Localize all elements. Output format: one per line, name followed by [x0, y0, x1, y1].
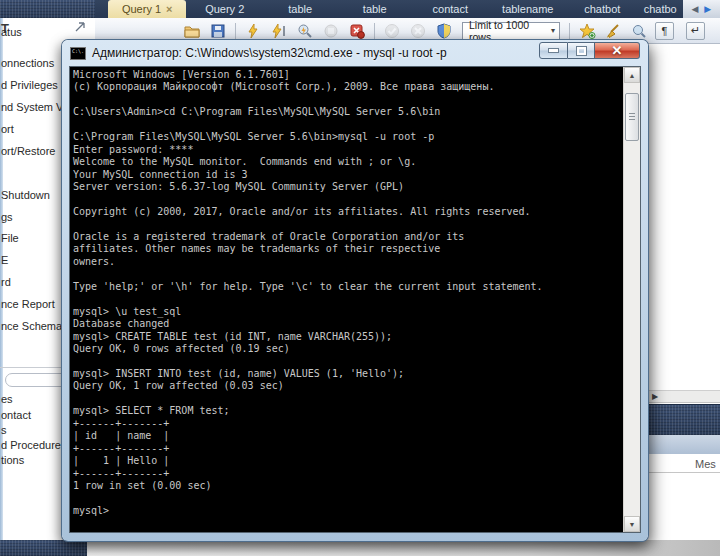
maximize-icon — [577, 47, 586, 55]
sidebar-item-dashboard[interactable]: rd — [1, 276, 11, 288]
output-message-column-header: Mes — [648, 455, 720, 472]
explain-icon[interactable] — [293, 21, 317, 41]
scroll-right-icon[interactable]: ▶ — [652, 392, 658, 401]
maximize-button[interactable] — [568, 42, 595, 59]
toolbar-separator — [235, 23, 236, 39]
close-button[interactable]: ✕ — [595, 42, 640, 59]
console-scrollbar[interactable]: ▲ ▼ — [623, 67, 640, 532]
sidebar-item-startup-shutdown[interactable]: Shutdown — [1, 189, 50, 201]
tab-label: Query 1 — [122, 3, 161, 15]
sidebar-item-performance-schema[interactable]: nce Schema — [1, 320, 62, 332]
open-file-icon[interactable] — [180, 21, 204, 41]
commit-icon — [380, 21, 404, 41]
scroll-up-icon[interactable]: ▲ — [624, 67, 640, 83]
schema-item-functions[interactable]: tions — [1, 454, 24, 466]
autocommit-icon[interactable] — [432, 21, 456, 41]
sidebar-item-performance-reports[interactable]: nce Report — [1, 298, 55, 310]
cmd-window: C:\. Администратор: C:\Windows\system32\… — [62, 40, 648, 541]
invisible-chars-icon[interactable]: ¶ — [655, 22, 674, 40]
execute-icon[interactable] — [241, 21, 265, 41]
console-output[interactable]: Microsoft Windows [Version 6.1.7601] (c)… — [70, 67, 640, 532]
sidebar-item-data-import[interactable]: ort/Restore — [1, 145, 55, 157]
tab-chatbot[interactable]: chatbot — [567, 0, 638, 18]
beautify-icon[interactable] — [601, 21, 625, 41]
execute-current-icon[interactable] — [267, 21, 291, 41]
sidebar-item-system-variables[interactable]: nd System V — [1, 101, 63, 113]
schema-item-contact[interactable]: ontact — [1, 409, 31, 421]
scrollbar-thumb[interactable] — [625, 93, 639, 141]
sidebar-item-users-privileges[interactable]: d Privileges — [1, 79, 58, 91]
sidebar-item-server-status[interactable]: atus — [1, 26, 22, 38]
sidebar-header-strip — [0, 0, 95, 18]
close-tab-icon[interactable]: × — [166, 3, 172, 15]
save-icon[interactable] — [206, 21, 230, 41]
expand-panel-icon[interactable] — [74, 21, 86, 33]
console-area[interactable]: Microsoft Windows [Version 6.1.7601] (c)… — [69, 66, 641, 533]
cmd-window-title: Администратор: C:\Windows\system32\cmd.e… — [92, 46, 447, 60]
bottom-edge — [87, 540, 720, 556]
wrap-text-icon[interactable]: ↵ — [686, 22, 705, 40]
output-panel-toolbar — [648, 435, 720, 454]
query-tab-bar: Query 1 × Query 2 table table contact ta… — [95, 0, 720, 18]
limit-rows-value: Limit to 1000 rows — [469, 19, 551, 43]
limit-rows-dropdown[interactable]: Limit to 1000 rows ▾ — [462, 22, 560, 40]
tab-table-1[interactable]: table — [263, 0, 338, 18]
bottom-panel-strip — [0, 540, 87, 556]
sidebar-item-client-connections[interactable]: onnections — [1, 57, 54, 69]
sidebar-item-server-logs[interactable]: gs — [1, 211, 13, 223]
sidebar-item-options-file[interactable]: File — [1, 232, 19, 244]
tab-contact[interactable]: contact — [412, 0, 489, 18]
scroll-down-icon[interactable]: ▼ — [624, 516, 640, 532]
editor-horizontal-scrollbar[interactable]: ▶ — [648, 390, 720, 403]
rollback-icon — [406, 21, 430, 41]
schema-item-stored-procedures[interactable]: d Procedure — [1, 439, 61, 451]
find-icon[interactable] — [627, 21, 651, 41]
tab-tablename[interactable]: tablename — [489, 0, 567, 18]
output-panel-splitter[interactable] — [648, 404, 720, 436]
kill-query-icon[interactable] — [345, 21, 369, 41]
toolbar-separator — [374, 23, 375, 39]
tab-scroll-buttons: ◀ ▶ — [683, 0, 720, 18]
caption-buttons: ✕ — [539, 42, 640, 59]
minimize-icon — [548, 48, 559, 53]
add-favorite-icon[interactable] — [575, 21, 599, 41]
stop-icon — [319, 21, 343, 41]
minimize-button[interactable] — [539, 42, 568, 59]
performance-header-fragment: E — [1, 254, 8, 266]
tab-table-2[interactable]: table — [338, 0, 413, 18]
scroll-tabs-left-icon[interactable]: ◀ — [691, 4, 698, 14]
cmd-icon: C:\. — [70, 47, 86, 60]
tab-query2[interactable]: Query 2 — [186, 0, 263, 18]
scroll-tabs-right-icon[interactable]: ▶ — [704, 4, 711, 14]
schema-item-tables[interactable]: es — [1, 393, 13, 405]
sidebar-item-data-export[interactable]: ort — [1, 123, 14, 135]
tab-chatbot-2[interactable]: chatbo — [638, 0, 683, 18]
screen: Query 1 × Query 2 table table contact ta… — [0, 0, 720, 556]
close-icon: ✕ — [612, 43, 623, 58]
tab-query1[interactable]: Query 1 × — [108, 0, 186, 18]
chevron-down-icon: ▾ — [551, 26, 555, 35]
output-header-divider — [648, 472, 720, 473]
schema-item-views[interactable]: s — [1, 424, 7, 436]
toolbar-separator — [569, 23, 570, 39]
